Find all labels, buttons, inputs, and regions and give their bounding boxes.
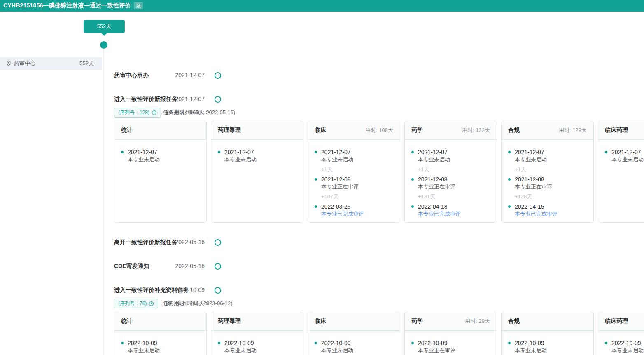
status-item-date: 2022-04-18 <box>418 203 461 210</box>
timeline-entry-row: 2022-05-16CDE寄发通知 <box>114 262 644 270</box>
status-item-label: 本专业未启动 <box>611 156 644 163</box>
timeline-entry-row: 2022-05-16离开一致性评价新报任务 <box>114 238 644 247</box>
status-item: 2021-12-07本专业未启动 <box>411 149 490 163</box>
status-item-text: 2022-10-09本专业正在审评 <box>418 340 455 354</box>
title-tag-badge: 致 <box>134 2 143 9</box>
timeline-head-dot <box>100 41 107 49</box>
status-item-date: 2021-12-07 <box>224 149 257 155</box>
entry-date: 2021-12-07 <box>114 96 205 102</box>
card-body: 2021-12-07本专业未启动+1天2021-12-08本专业正在审评+131… <box>405 140 497 217</box>
timeline-entry: 2022-10-09进入一致性评价补充资料任务任务用时：246天 >(序列号：7… <box>0 286 644 355</box>
status-dot-icon <box>315 178 317 181</box>
card-title: 临床 <box>315 317 326 325</box>
status-item: 2022-03-25本专业已完成审评 <box>315 203 393 217</box>
status-item-text: 2021-12-07本专业未启动 <box>611 149 644 163</box>
card-body: 2021-12-07本专业未启动 <box>114 140 206 163</box>
card-duration: 用时: 132天 <box>462 127 490 134</box>
status-dot-icon <box>508 205 511 208</box>
duration-tooltip-label: 552天 <box>97 23 112 30</box>
timeline-node-circle <box>215 287 221 294</box>
status-item-date: 2021-12-07 <box>128 149 160 155</box>
status-completed-link[interactable]: 本专业已完成审评 <box>321 211 364 217</box>
profession-card: 临床2022-10-09本专业未启动 <box>308 312 400 355</box>
elapsed-gap-label: +131天 <box>418 193 490 200</box>
status-item-text: 2022-04-18本专业已完成审评 <box>418 203 461 217</box>
duration-tooltip: 552天 <box>84 20 125 33</box>
card-body: 2022-10-09本专业未启动 <box>598 331 644 354</box>
status-item-label: 本专业未启动 <box>128 156 160 163</box>
profession-card: 临床药理2022-10-09本专业未启动 <box>598 312 644 355</box>
card-header: 临床用时: 108天 <box>308 121 400 140</box>
status-item-date: 2022-10-09 <box>321 340 353 346</box>
profession-cards-row: 统计2021-12-07本专业未启动药理毒理2021-12-07本专业未启动临床… <box>114 121 644 223</box>
status-dot-icon <box>315 151 317 153</box>
status-dot-icon <box>411 151 414 153</box>
entry-date: 2022-05-16 <box>114 263 205 269</box>
status-item: 2021-12-07本专业未启动 <box>315 149 393 163</box>
status-item-label: 本专业未启动 <box>611 347 644 354</box>
card-body: 2021-12-07本专业未启动 <box>211 140 303 163</box>
status-item-label: 本专业未启动 <box>224 347 257 354</box>
status-item-text: 2022-10-09本专业未启动 <box>128 340 160 354</box>
status-item-text: 2022-10-09本专业未启动 <box>321 340 353 354</box>
page: CYHB2151056—碘佛醇注射液—通过一致性评价 致 552天 药审中心 5… <box>0 0 644 355</box>
status-item-date: 2021-12-07 <box>321 149 353 155</box>
status-dot-icon <box>508 151 511 153</box>
status-item-date: 2021-12-08 <box>515 176 552 183</box>
status-item-text: 2021-12-07本专业未启动 <box>418 149 450 163</box>
card-title: 药学 <box>411 127 423 134</box>
status-item-text: 2021-12-07本专业未启动 <box>321 149 353 163</box>
profession-card: 药理毒理2021-12-07本专业未启动 <box>211 121 303 223</box>
elapsed-gap-label: +1天 <box>321 166 393 173</box>
card-title: 药理毒理 <box>218 317 241 325</box>
status-item: 2022-10-09本专业未启动 <box>218 340 296 354</box>
profession-card: 合规用时: 129天2021-12-07本专业未启动+1天2021-12-08本… <box>501 121 594 223</box>
card-header: 药理毒理 <box>211 312 303 331</box>
status-item: 2021-12-08本专业正在审评 <box>411 176 490 190</box>
status-completed-link[interactable]: 本专业已完成审评 <box>418 211 461 217</box>
profession-card: 药理毒理2022-10-09本专业未启动 <box>211 312 303 355</box>
status-item-label: 本专业未启动 <box>515 347 547 354</box>
page-title: CYHB2151056—碘佛醇注射液—通过一致性评价 <box>3 2 131 9</box>
task-duration-link[interactable]: 任务用时：160天 > <box>114 109 209 116</box>
task-duration-link[interactable]: 任务用时：246天 > <box>114 300 209 307</box>
status-item-label: 本专业未启动 <box>321 156 353 163</box>
profession-cards-row: 统计2022-10-09本专业未启动药理毒理2022-10-09本专业未启动临床… <box>114 312 644 355</box>
status-dot-icon <box>411 342 414 344</box>
card-title: 临床 <box>315 127 326 134</box>
status-completed-link[interactable]: 本专业已完成审评 <box>515 211 558 217</box>
card-title: 药理毒理 <box>218 127 241 134</box>
card-title: 药学 <box>411 317 423 325</box>
status-dot-icon <box>411 178 414 181</box>
elapsed-gap-label: +1天 <box>418 166 490 173</box>
status-item: 2022-10-09本专业未启动 <box>315 340 393 354</box>
status-item: 2021-12-07本专业未启动 <box>508 149 587 163</box>
entry-date: 2021-12-07 <box>114 72 205 78</box>
card-header: 药学用时: 132天 <box>405 121 497 140</box>
status-item-date: 2022-10-09 <box>128 340 160 346</box>
card-body: 2022-10-09本专业未启动 <box>114 331 206 354</box>
elapsed-gap-label: +128天 <box>515 193 587 200</box>
timeline-node-circle <box>215 239 221 246</box>
status-item-date: 2022-10-09 <box>515 340 547 346</box>
status-dot-icon <box>121 151 124 153</box>
card-duration: 用时: 108天 <box>365 127 393 134</box>
status-dot-icon <box>605 342 607 344</box>
elapsed-gap-label: +1天 <box>515 166 587 173</box>
status-item: 2021-12-08本专业正在审评 <box>315 176 393 190</box>
station-row: 药审中心 552天 <box>0 57 102 70</box>
card-header: 合规 <box>502 312 593 331</box>
status-item-date: 2022-03-25 <box>321 203 364 210</box>
status-item: 2022-10-09本专业正在审评 <box>411 340 490 354</box>
status-item-date: 2021-12-07 <box>515 149 547 155</box>
profession-card: 统计2021-12-07本专业未启动 <box>114 121 207 223</box>
status-item-date: 2022-10-09 <box>224 340 257 346</box>
status-item-date: 2022-10-09 <box>418 340 455 346</box>
status-dot-icon <box>315 205 317 208</box>
status-dot-icon <box>121 342 124 344</box>
card-body: 2021-12-07本专业未启动+1天2021-12-08本专业正在审评+107… <box>308 140 400 217</box>
station-name: 药审中心 <box>14 60 79 67</box>
profession-card: 临床用时: 108天2021-12-07本专业未启动+1天2021-12-08本… <box>308 121 400 223</box>
status-item-text: 2022-10-09本专业未启动 <box>515 340 547 354</box>
status-dot-icon <box>315 342 317 344</box>
